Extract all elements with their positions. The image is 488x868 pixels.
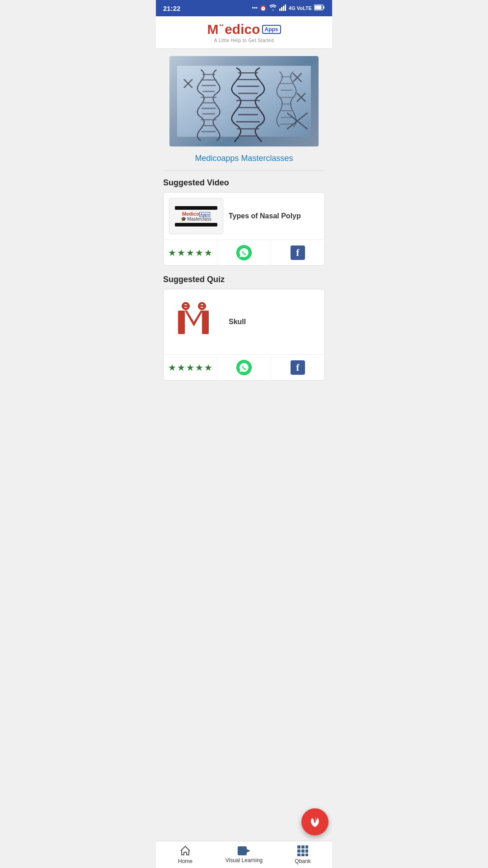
quiz-star-5: ★: [204, 362, 212, 373]
quiz-facebook-cell[interactable]: f: [271, 355, 324, 380]
m-logo-svg: [176, 302, 216, 342]
video-stars-cell[interactable]: ★ ★ ★ ★ ★: [164, 240, 217, 265]
svg-rect-60: [305, 845, 308, 849]
star-2: ★: [177, 247, 185, 258]
network-label: 4G VoLTE: [289, 5, 312, 11]
quiz-facebook-icon: f: [291, 360, 305, 375]
thumb-logo: MedicoApps 🎓 Masterclass: [181, 211, 211, 222]
logo-edico: edico: [225, 22, 260, 37]
status-bar: 21:22 ••• ⏰ 4G VoLTE: [156, 0, 332, 16]
video-whatsapp-cell[interactable]: [217, 240, 271, 265]
thumb-bar-top: [175, 206, 217, 210]
svg-rect-63: [305, 849, 308, 853]
bottom-nav: Home Visual Learning Qbank: [156, 841, 332, 868]
svg-rect-66: [305, 854, 308, 856]
logo-main: M ●● edico Apps: [207, 22, 281, 37]
svg-rect-59: [301, 845, 305, 849]
signal-icon: [279, 5, 286, 12]
quiz-star-2: ★: [177, 362, 185, 373]
svg-rect-58: [297, 845, 300, 849]
quiz-stars: ★ ★ ★ ★ ★: [168, 362, 212, 373]
home-icon: [179, 845, 191, 857]
app-logo: M ●● edico Apps A Little Help to Get Sta…: [207, 22, 281, 43]
svg-marker-57: [247, 849, 250, 853]
fab-button[interactable]: [301, 808, 328, 835]
nav-home-label: Home: [178, 858, 192, 864]
nav-home[interactable]: Home: [156, 841, 215, 868]
star-3: ★: [186, 247, 194, 258]
grid-icon: [297, 845, 309, 857]
logo-tagline: A Little Help to Get Started: [214, 38, 274, 43]
hat-icon: 🎓: [181, 217, 186, 222]
video-card-content: MedicoApps 🎓 Masterclass Types of Nasal …: [164, 193, 324, 240]
video-icon: [237, 846, 251, 856]
alarm-icon: ⏰: [260, 5, 267, 11]
quiz-star-3: ★: [186, 362, 194, 373]
thumb-masterclass-text: 🎓 Masterclass: [181, 217, 211, 222]
logo-m: M: [207, 22, 218, 37]
quiz-card-content: Skull: [164, 289, 324, 354]
quiz-card-title: Skull: [229, 318, 319, 326]
svg-rect-3: [285, 5, 286, 11]
hero-image-container: [163, 56, 325, 146]
thumb-medico-text: MedicoApps: [182, 211, 210, 217]
svg-rect-1: [281, 7, 282, 11]
status-icons: ••• ⏰ 4G VoLTE: [252, 5, 325, 12]
svg-rect-54: [198, 305, 206, 307]
star-4: ★: [195, 247, 203, 258]
video-facebook-cell[interactable]: f: [271, 240, 324, 265]
status-time: 21:22: [163, 5, 180, 12]
svg-rect-65: [301, 854, 305, 856]
logo-apps-badge: Apps: [262, 25, 281, 34]
svg-rect-62: [301, 849, 305, 853]
svg-rect-56: [238, 846, 247, 855]
battery-icon: [314, 5, 325, 12]
svg-rect-64: [297, 854, 300, 856]
quiz-star-1: ★: [168, 362, 176, 373]
suggested-video-header: Suggested Video: [163, 178, 325, 188]
main-content: Medicoapps Masterclasses Suggested Video…: [156, 49, 332, 426]
quiz-whatsapp-icon: [236, 359, 252, 376]
video-stars: ★ ★ ★ ★ ★: [168, 247, 212, 258]
app-header: M ●● edico Apps A Little Help to Get Sta…: [156, 16, 332, 49]
svg-marker-50: [185, 311, 203, 326]
hero-image: [169, 56, 318, 146]
whatsapp-icon: [236, 245, 252, 261]
svg-rect-6: [315, 6, 322, 9]
svg-rect-53: [182, 305, 190, 307]
video-card-actions: ★ ★ ★ ★ ★ f: [164, 240, 324, 265]
wifi-icon: [269, 5, 277, 12]
facebook-icon: f: [291, 245, 305, 260]
star-5: ★: [204, 247, 212, 258]
nav-visual-learning[interactable]: Visual Learning: [215, 841, 273, 868]
nav-qbank[interactable]: Qbank: [273, 841, 332, 868]
video-thumbnail: MedicoApps 🎓 Masterclass: [169, 198, 223, 234]
quiz-thumbnail: [169, 295, 223, 349]
fire-icon: [309, 816, 321, 828]
video-card-title: Types of Nasal Polyp: [229, 212, 319, 220]
video-card[interactable]: MedicoApps 🎓 Masterclass Types of Nasal …: [163, 192, 325, 266]
more-dots-icon: •••: [252, 5, 258, 11]
suggested-quiz-header: Suggested Quiz: [163, 275, 325, 284]
nav-visual-learning-label: Visual Learning: [225, 857, 263, 863]
svg-rect-61: [297, 849, 300, 853]
quiz-whatsapp-cell[interactable]: [217, 355, 271, 380]
quiz-star-4: ★: [195, 362, 203, 373]
svg-rect-49: [202, 311, 209, 334]
thumb-bar-bottom: [175, 223, 217, 226]
logo-dot-accent: ●●: [219, 23, 224, 27]
star-1: ★: [168, 247, 176, 258]
svg-rect-48: [178, 311, 185, 334]
svg-rect-0: [279, 9, 281, 11]
svg-rect-5: [324, 6, 325, 9]
svg-rect-2: [283, 6, 284, 11]
nav-qbank-label: Qbank: [295, 858, 310, 864]
quiz-stars-cell[interactable]: ★ ★ ★ ★ ★: [164, 355, 217, 380]
quiz-card[interactable]: Skull ★ ★ ★ ★ ★ f: [163, 289, 325, 381]
masterclasses-link[interactable]: Medicoapps Masterclasses: [163, 154, 325, 171]
quiz-card-actions: ★ ★ ★ ★ ★ f: [164, 354, 324, 380]
